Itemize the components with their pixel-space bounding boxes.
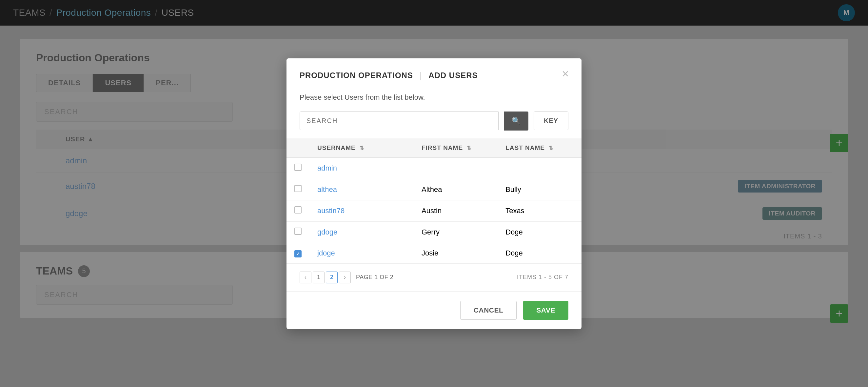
page-prev-button[interactable]: ‹ bbox=[300, 272, 311, 284]
lastname-austin78: Texas bbox=[498, 200, 582, 221]
modal-overlay: PRODUCTION OPERATIONS | ADD USERS ✕ Plea… bbox=[0, 0, 868, 387]
username-admin: admin bbox=[309, 157, 414, 179]
username-sort-icon: ⇅ bbox=[360, 145, 364, 151]
modal-search-button[interactable]: 🔍 bbox=[504, 112, 528, 130]
lastname-admin bbox=[498, 157, 582, 179]
firstname-althea: Althea bbox=[414, 179, 498, 200]
modal-pagination: ‹ 1 2 › PAGE 1 OF 2 ITEMS 1 - 5 OF 7 bbox=[286, 263, 582, 291]
firstname-austin78: Austin bbox=[414, 200, 498, 221]
save-button[interactable]: SAVE bbox=[523, 301, 568, 320]
lastname-jdoge: Doge bbox=[498, 243, 582, 263]
users-table: USERNAME ⇅ FIRST NAME ⇅ LAST NAME ⇅ bbox=[286, 139, 582, 263]
cb-cell-austin78[interactable] bbox=[286, 200, 309, 221]
checkbox-austin78[interactable] bbox=[294, 206, 302, 213]
lastname-sort-icon: ⇅ bbox=[549, 145, 553, 151]
cb-cell-gdoge[interactable] bbox=[286, 221, 309, 243]
checkbox-jdoge[interactable] bbox=[294, 250, 302, 258]
modal-close-button[interactable]: ✕ bbox=[559, 67, 572, 81]
page-info: PAGE 1 OF 2 bbox=[356, 274, 393, 281]
cb-cell-althea[interactable] bbox=[286, 179, 309, 200]
modal-search-input[interactable] bbox=[300, 112, 499, 130]
pagination-controls: ‹ 1 2 › bbox=[300, 272, 351, 284]
username-gdoge: gdoge bbox=[309, 221, 414, 243]
col-lastname[interactable]: LAST NAME ⇅ bbox=[498, 139, 582, 158]
modal-action-title: ADD USERS bbox=[428, 71, 477, 80]
page-1-button[interactable]: 1 bbox=[313, 272, 324, 284]
lastname-althea: Bully bbox=[498, 179, 582, 200]
modal-team-name: PRODUCTION OPERATIONS bbox=[300, 71, 413, 80]
modal-title-sep: | bbox=[420, 70, 422, 81]
modal-header: PRODUCTION OPERATIONS | ADD USERS ✕ bbox=[286, 58, 582, 90]
checkbox-admin[interactable] bbox=[294, 163, 302, 171]
page-2-button[interactable]: 2 bbox=[326, 272, 338, 284]
table-row: althea Althea Bully bbox=[286, 179, 582, 200]
firstname-jdoge: Josie bbox=[414, 243, 498, 263]
username-althea: althea bbox=[309, 179, 414, 200]
table-body: admin althea Althea Bully bbox=[286, 157, 582, 263]
add-users-modal: PRODUCTION OPERATIONS | ADD USERS ✕ Plea… bbox=[286, 58, 582, 329]
col-username[interactable]: USERNAME ⇅ bbox=[309, 139, 414, 158]
items-info: ITEMS 1 - 5 OF 7 bbox=[517, 274, 568, 281]
cancel-button[interactable]: CANCEL bbox=[460, 301, 517, 320]
table-row: austin78 Austin Texas bbox=[286, 200, 582, 221]
page-next-button[interactable]: › bbox=[339, 272, 351, 284]
search-icon: 🔍 bbox=[512, 117, 521, 125]
modal-key-button[interactable]: KEY bbox=[534, 112, 568, 130]
user-link-althea[interactable]: althea bbox=[317, 185, 337, 194]
firstname-gdoge: Gerry bbox=[414, 221, 498, 243]
col-checkbox bbox=[286, 139, 309, 158]
table-row: gdoge Gerry Doge bbox=[286, 221, 582, 243]
table-row: admin bbox=[286, 157, 582, 179]
checkbox-althea[interactable] bbox=[294, 185, 302, 192]
modal-search-row: 🔍 KEY bbox=[286, 112, 582, 139]
lastname-gdoge: Doge bbox=[498, 221, 582, 243]
cb-cell-jdoge[interactable] bbox=[286, 243, 309, 263]
modal-subtitle: Please select Users from the list below. bbox=[286, 90, 582, 112]
username-austin78: austin78 bbox=[309, 200, 414, 221]
user-link-admin[interactable]: admin bbox=[317, 164, 337, 172]
user-link-gdoge[interactable]: gdoge bbox=[317, 228, 337, 236]
username-jdoge: jdoge bbox=[309, 243, 414, 263]
modal-footer: CANCEL SAVE bbox=[286, 291, 582, 329]
col-firstname[interactable]: FIRST NAME ⇅ bbox=[414, 139, 498, 158]
checkbox-gdoge[interactable] bbox=[294, 228, 302, 235]
table-row: jdoge Josie Doge bbox=[286, 243, 582, 263]
firstname-admin bbox=[414, 157, 498, 179]
table-header: USERNAME ⇅ FIRST NAME ⇅ LAST NAME ⇅ bbox=[286, 139, 582, 158]
user-link-jdoge[interactable]: jdoge bbox=[317, 249, 335, 257]
cb-cell-admin[interactable] bbox=[286, 157, 309, 179]
user-link-austin78[interactable]: austin78 bbox=[317, 207, 344, 215]
firstname-sort-icon: ⇅ bbox=[467, 145, 471, 151]
pagination-left: ‹ 1 2 › PAGE 1 OF 2 bbox=[300, 272, 393, 284]
